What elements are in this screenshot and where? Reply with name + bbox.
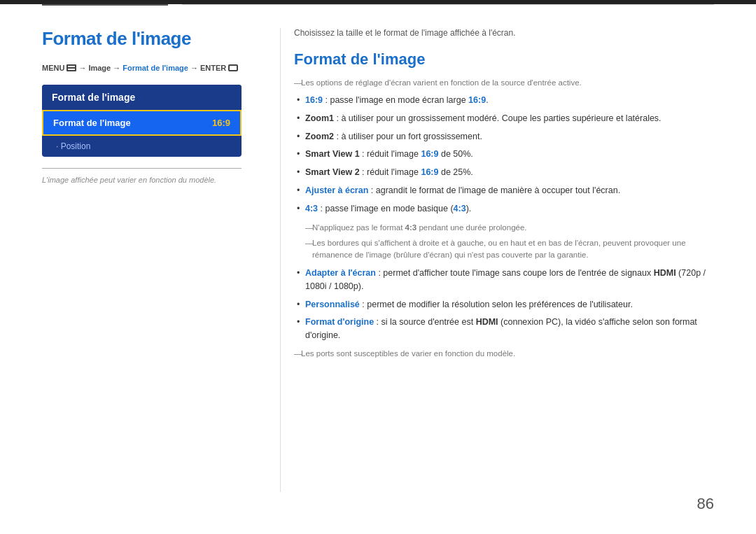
top-line-left bbox=[42, 4, 168, 6]
menu-path: MENU → Image → Format de l'image → ENTER bbox=[42, 64, 266, 72]
bullet-item-169: 16:9 : passe l'image en mode écran large… bbox=[294, 94, 714, 107]
note-bottom: Les ports sont susceptibles de varier en… bbox=[294, 349, 714, 358]
left-divider bbox=[42, 168, 241, 169]
arrow3: → bbox=[190, 64, 198, 72]
left-note: L'image affichée peut varier en fonction… bbox=[42, 176, 266, 184]
menu-item-value: 16:9 bbox=[212, 118, 230, 128]
top-line-right bbox=[182, 4, 714, 5]
bullet-item-smartview2: Smart View 2 : réduit l'image 16:9 de 25… bbox=[294, 166, 714, 179]
menu-icon bbox=[66, 64, 76, 71]
page-title: Format de l'image bbox=[42, 28, 266, 50]
page-number: 86 bbox=[697, 495, 714, 513]
bullet-item-ajuster: Ajuster à écran : agrandit le format de … bbox=[294, 184, 714, 197]
bullet-item-43: 4:3 : passe l'image en mode basique (4:3… bbox=[294, 202, 714, 216]
vertical-divider bbox=[280, 28, 281, 492]
menu-box-selected-item[interactable]: Format de l'image 16:9 bbox=[42, 110, 241, 136]
arrow2: → bbox=[113, 64, 120, 72]
bullet-item-personnalise: Personnalisé : permet de modifier la rés… bbox=[294, 298, 714, 311]
bullet-item-format-origine: Format d'origine : si la source d'entrée… bbox=[294, 316, 714, 342]
enter-icon bbox=[228, 64, 238, 71]
warning-block: N'appliquez pas le format 4:3 pendant un… bbox=[305, 222, 714, 261]
bullet-list-2: Adapter à l'écran : permet d'afficher to… bbox=[294, 267, 714, 342]
menu-box: Format de l'image Format de l'image 16:9… bbox=[42, 85, 241, 157]
bullet-item-zoom2: Zoom2 : à utiliser pour un fort grossiss… bbox=[294, 130, 714, 143]
left-column: Format de l'image MENU → Image → Format … bbox=[42, 28, 266, 184]
image-label: Image bbox=[88, 64, 111, 72]
highlight-label: Format de l'image bbox=[122, 64, 188, 72]
bullet-item-zoom1: Zoom1 : à utiliser pour un grossissement… bbox=[294, 112, 714, 125]
options-note: Les options de réglage d'écran varient e… bbox=[294, 78, 714, 87]
intro-text: Choisissez la taille et le format de l'i… bbox=[294, 28, 714, 38]
right-column: Choisissez la taille et le format de l'i… bbox=[294, 28, 714, 365]
bullet-item-smartview1: Smart View 1 : réduit l'image 16:9 de 50… bbox=[294, 148, 714, 161]
menu-item-label: Format de l'image bbox=[53, 118, 131, 128]
bullet-item-adapter: Adapter à l'écran : permet d'afficher to… bbox=[294, 267, 714, 293]
menu-box-title: Format de l'image bbox=[42, 85, 241, 110]
warning-line-2: Les bordures qui s'affichent à droite et… bbox=[305, 237, 714, 262]
menu-label: MENU bbox=[42, 64, 64, 72]
right-title: Format de l'image bbox=[294, 50, 714, 69]
menu-box-subitem: · Position bbox=[42, 136, 241, 157]
enter-label: ENTER bbox=[200, 64, 226, 72]
bullet-list-1: 16:9 : passe l'image en mode écran large… bbox=[294, 94, 714, 215]
arrow1: → bbox=[78, 64, 86, 72]
warning-line-1: N'appliquez pas le format 4:3 pendant un… bbox=[305, 222, 714, 234]
